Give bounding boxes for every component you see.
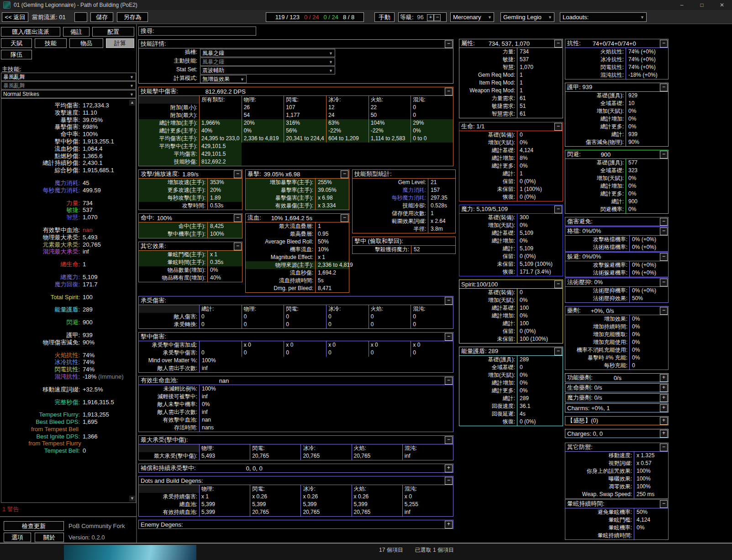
collapse-button[interactable]: − bbox=[234, 214, 242, 222]
collapse-button[interactable]: − bbox=[554, 123, 562, 131]
skill-part-dropdown[interactable]: 暴風亂舞▼ bbox=[1, 81, 136, 90]
scroll-down-icon[interactable]: ▼ bbox=[129, 496, 135, 502]
tab-party[interactable]: 隊伍 bbox=[1, 50, 32, 59]
back-button[interactable]: << 返回 bbox=[2, 12, 28, 22]
stat-label: 恢復: bbox=[459, 418, 517, 426]
notes-button[interactable]: 備註 bbox=[63, 27, 90, 37]
expand-button[interactable]: + bbox=[660, 394, 668, 402]
stat-set-dropdown[interactable]: 震波輔助▼ bbox=[200, 66, 335, 74]
table-cell: 0 bbox=[369, 349, 411, 357]
config-button[interactable]: 配置 bbox=[92, 27, 134, 37]
slot-dropdown[interactable]: 風暴之鐘▼ bbox=[200, 49, 335, 57]
table-cell: 429,101.5 bbox=[199, 143, 242, 150]
active-skill-dropdown[interactable]: 風暴之鐘▼ bbox=[200, 58, 335, 66]
expand-button[interactable]: + bbox=[660, 417, 668, 425]
section-resists: 抗性:74+0/74+0/74+0−火焰抗性:74% (+0%)冰冷抗性:74%… bbox=[565, 39, 669, 79]
collapse-button[interactable]: − bbox=[445, 436, 453, 444]
stat-note: from Tempest Flurry bbox=[1, 440, 136, 447]
stat-label: 增加持續時間: bbox=[565, 323, 629, 331]
options-button[interactable]: 選項 bbox=[4, 533, 31, 542]
collapse-button[interactable]: − bbox=[660, 500, 668, 508]
section-charms: Charms: +0%, 1+ bbox=[565, 403, 669, 412]
collapse-button[interactable]: − bbox=[341, 214, 348, 222]
level-decrease-button[interactable]: − bbox=[434, 14, 441, 21]
stat-row: 全域基礎:323 bbox=[565, 167, 668, 174]
collapse-button[interactable]: − bbox=[660, 84, 668, 91]
collapse-button[interactable]: − bbox=[660, 279, 668, 286]
check-update-button[interactable]: 檢查更新 bbox=[4, 521, 64, 531]
search-input[interactable]: 搜尋: bbox=[138, 26, 256, 36]
calc-mode-dropdown[interactable]: 無增益效果▼ bbox=[200, 75, 247, 83]
collapse-button[interactable]: − bbox=[445, 333, 453, 341]
stat-value: 0% bbox=[634, 524, 668, 532]
collapse-button[interactable]: − bbox=[554, 280, 562, 288]
panel-subcolumn: 技能類型統計:Gem Level:21魔力消耗:157每秒魔力消耗:297.35… bbox=[352, 169, 456, 257]
tab-skills[interactable]: 技能 bbox=[35, 38, 67, 48]
maximize-button[interactable]: □ bbox=[692, 0, 712, 10]
scroll-up-icon[interactable]: ▲ bbox=[129, 100, 135, 106]
skill-mode-dropdown[interactable]: Normal Strikes▼ bbox=[1, 90, 136, 98]
expand-button[interactable]: + bbox=[660, 384, 668, 392]
save-button[interactable]: 儲存 bbox=[90, 12, 113, 22]
collapse-button[interactable]: − bbox=[554, 40, 562, 48]
stat-label: 回復延遲: bbox=[459, 410, 517, 418]
collapse-button[interactable]: − bbox=[554, 348, 562, 355]
collapse-button[interactable]: − bbox=[660, 307, 668, 315]
table-row: 有效持續血池:5,39920,76520,76520,765inf bbox=[139, 508, 453, 516]
expand-button[interactable]: + bbox=[660, 404, 668, 412]
sidebar-stat-value: 1,366 bbox=[80, 433, 136, 440]
class-dropdown[interactable]: Mercenary▼ bbox=[450, 12, 494, 22]
table-cell: 107 bbox=[284, 104, 326, 111]
minimize-button[interactable]: – bbox=[672, 0, 692, 10]
collapse-button[interactable]: − bbox=[445, 88, 453, 95]
expand-button[interactable]: + bbox=[660, 374, 668, 382]
table-header-row: 物理:閃電:冰冷:火焰:混沌: bbox=[139, 444, 453, 452]
collapse-button[interactable]: − bbox=[660, 40, 668, 48]
collapse-button[interactable]: − bbox=[660, 253, 668, 261]
tab-items[interactable]: 物品 bbox=[69, 38, 103, 48]
expand-button[interactable]: + bbox=[445, 521, 453, 528]
collapse-button[interactable]: − bbox=[445, 477, 453, 485]
import-export-button[interactable]: 匯入/匯出流派 bbox=[1, 27, 60, 37]
collapse-button[interactable]: − bbox=[660, 151, 668, 158]
expand-button[interactable]: + bbox=[445, 465, 453, 472]
stat-row: 基礎(護具):577 bbox=[565, 159, 668, 167]
sidebar-stat-label: 物理最大承受: bbox=[1, 234, 80, 241]
stat-label: 總計: bbox=[459, 170, 517, 178]
tab-tree[interactable]: 天賦 bbox=[1, 38, 32, 48]
close-button[interactable]: ✕ bbox=[712, 0, 732, 10]
loadouts-dropdown[interactable]: Loadouts:▼ bbox=[560, 12, 647, 22]
warning-link[interactable]: 1 警告 bbox=[2, 505, 19, 513]
section-mana-flask: 魔力藥劑: 0/s+ bbox=[565, 393, 669, 402]
collapse-button[interactable]: − bbox=[660, 227, 668, 235]
stat-row: 有效暴傷(主手):x 3.334 bbox=[246, 202, 349, 210]
mode-button[interactable]: 手動 bbox=[374, 12, 395, 22]
level-increase-button[interactable]: + bbox=[427, 14, 434, 21]
stat-label: 增加暴擊率(主手): bbox=[246, 179, 315, 186]
column-header: 火焰: bbox=[369, 96, 411, 104]
collapse-button[interactable]: − bbox=[445, 40, 453, 48]
chevron-down-icon: ▼ bbox=[130, 82, 134, 90]
stat-value: 100% bbox=[207, 230, 242, 238]
stat-label: 暈眩時間(主手): bbox=[139, 259, 207, 266]
main-skill-dropdown[interactable]: 暴風亂舞▼ bbox=[1, 73, 136, 81]
stat-row: 智慧需求:61 bbox=[459, 110, 563, 118]
build-name-input[interactable] bbox=[74, 12, 87, 22]
collapse-button[interactable]: − bbox=[234, 243, 242, 250]
collapse-button[interactable]: − bbox=[234, 170, 242, 178]
collapse-button[interactable]: − bbox=[660, 218, 668, 226]
items-count: 17 個項目 bbox=[379, 546, 403, 554]
collapse-button[interactable]: − bbox=[445, 377, 453, 385]
expand-button[interactable]: + bbox=[660, 430, 668, 438]
collapse-button[interactable]: − bbox=[554, 206, 562, 213]
collapse-button[interactable]: − bbox=[445, 297, 453, 305]
ascendancy-dropdown[interactable]: Gemling Legio▼ bbox=[500, 12, 554, 22]
save-as-button[interactable]: 另存為 bbox=[117, 12, 148, 22]
tab-calcs[interactable]: 計算 bbox=[106, 38, 134, 48]
collapse-button[interactable]: − bbox=[660, 444, 668, 451]
collapse-button[interactable]: − bbox=[341, 170, 348, 178]
sidebar-stat-row: 混沌抗性:-18% (Immune) bbox=[1, 373, 136, 380]
about-button[interactable]: 關於 bbox=[35, 533, 64, 542]
stat-row: 力量需求:61 bbox=[459, 95, 563, 102]
panel-subcolumn: 攻擊/施放速度:1.89/s−增加攻速(主手):353%更多攻速(主手):20%… bbox=[138, 169, 242, 285]
